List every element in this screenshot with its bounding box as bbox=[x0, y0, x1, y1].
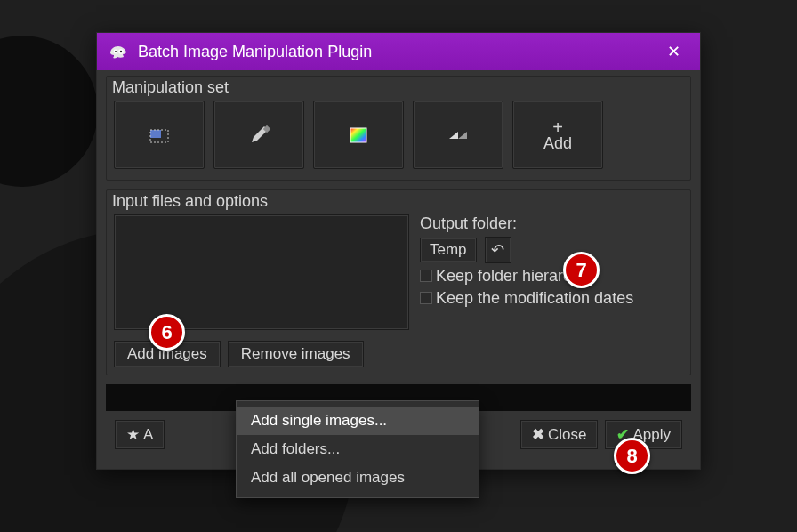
svg-rect-7 bbox=[350, 128, 366, 142]
close-x-icon: ✖ bbox=[532, 425, 544, 444]
menu-item-add-opened[interactable]: Add all opened images bbox=[237, 463, 479, 492]
svg-point-3 bbox=[120, 51, 122, 52]
star-icon: ★ bbox=[126, 425, 140, 444]
svg-rect-4 bbox=[150, 130, 161, 138]
close-label: Close bbox=[548, 426, 586, 444]
favorite-label-fragment: A bbox=[143, 426, 153, 444]
input-file-list[interactable] bbox=[114, 214, 409, 330]
manipulation-set-label: Manipulation set bbox=[107, 77, 690, 101]
favorite-button[interactable]: ★A bbox=[115, 420, 165, 449]
keep-dates-row[interactable]: Keep the modification dates bbox=[420, 289, 683, 308]
undo-icon: ↶ bbox=[491, 240, 504, 260]
manipulation-set-group: Manipulation set bbox=[106, 76, 691, 181]
gimp-wilber-icon bbox=[108, 41, 129, 62]
input-files-label: Input files and options bbox=[107, 190, 690, 214]
crop-icon bbox=[145, 123, 173, 148]
menu-item-add-single[interactable]: Add single images... bbox=[237, 407, 479, 435]
checkbox-icon bbox=[420, 270, 432, 282]
keep-hierarchy-row[interactable]: Keep folder hierarchy bbox=[420, 267, 683, 286]
window-close-button[interactable]: ✕ bbox=[657, 36, 689, 68]
window-title: Batch Image Manipulation Plugin bbox=[138, 43, 657, 61]
manipulation-brush-tile[interactable] bbox=[213, 101, 304, 169]
callout-badge-6: 6 bbox=[149, 314, 185, 351]
title-bar[interactable]: Batch Image Manipulation Plugin ✕ bbox=[97, 33, 700, 70]
color-picker-icon bbox=[344, 123, 373, 148]
callout-badge-8: 8 bbox=[614, 438, 650, 474]
flip-icon bbox=[444, 123, 472, 148]
brush-icon bbox=[245, 123, 273, 148]
keep-dates-label: Keep the modification dates bbox=[436, 289, 633, 307]
remove-images-button[interactable]: Remove images bbox=[228, 341, 364, 367]
callout-badge-7: 7 bbox=[563, 252, 600, 288]
manipulation-crop-tile[interactable] bbox=[114, 101, 205, 169]
output-folder-button[interactable]: Temp bbox=[420, 238, 477, 262]
close-button[interactable]: ✖Close bbox=[520, 420, 598, 449]
manipulation-flip-tile[interactable] bbox=[413, 101, 503, 169]
svg-point-1 bbox=[115, 51, 117, 52]
manipulation-color-tile[interactable] bbox=[313, 101, 404, 169]
output-folder-label: Output folder: bbox=[420, 214, 683, 233]
close-icon: ✕ bbox=[667, 42, 680, 61]
manipulation-add-tile[interactable]: + Add bbox=[512, 101, 603, 169]
output-folder-reset-button[interactable]: ↶ bbox=[485, 237, 511, 263]
add-images-menu: Add single images... Add folders... Add … bbox=[236, 400, 479, 498]
menu-item-add-folders[interactable]: Add folders... bbox=[237, 435, 479, 463]
checkbox-icon bbox=[420, 292, 432, 304]
input-files-group: Input files and options Output folder: T… bbox=[106, 189, 691, 375]
add-label: Add bbox=[543, 135, 572, 152]
